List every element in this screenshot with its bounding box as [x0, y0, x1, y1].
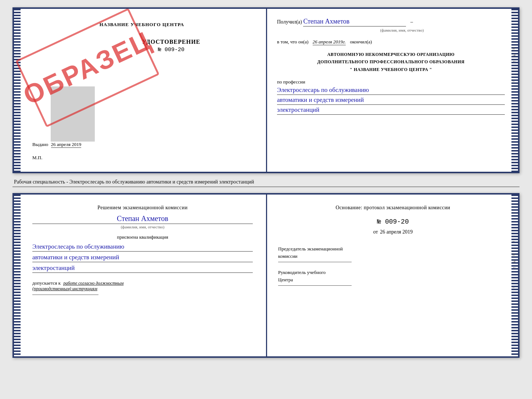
qual-line2: автоматики и средств измерений: [32, 254, 253, 262]
dash-1: –: [513, 65, 517, 70]
dash-b2: –: [513, 245, 517, 250]
in-that-line: в том, что он(а) 26 апреля 2019г. окончи…: [277, 39, 505, 45]
org-line2: ДОПОЛНИТЕЛЬНОГО ПРОФЕССИОНАЛЬНОГО ОБРАЗО…: [277, 58, 505, 65]
letter-i: и: [513, 46, 517, 50]
admitted-prefix: допускается к: [32, 280, 61, 286]
issued-line: Выдано 26 апреля 2019: [32, 142, 251, 147]
qual-line1: Электрослесарь по обслуживанию: [32, 243, 253, 252]
chairman-line1: Председатель экзаменационной: [278, 245, 508, 253]
profession-line3: электростанций: [277, 106, 505, 115]
top-document: НАЗВАНИЕ УЧЕБНОГО ЦЕНТРА УДОСТОВЕРЕНИЕ №…: [12, 7, 520, 173]
dash-after-name: –: [410, 19, 413, 25]
chairman-line2: комиссии: [278, 253, 508, 260]
qualification-label: присвоена квалификация: [32, 234, 253, 240]
cert-title: УДОСТОВЕРЕНИЕ: [91, 39, 251, 45]
org-block: АВТОНОМНУЮ НЕКОММЕРЧЕСКУЮ ОРГАНИЗАЦИЮ ДО…: [277, 51, 505, 73]
right-decorative-bar: [511, 9, 518, 172]
profession-line1: Электрослесарь по обслуживанию: [277, 86, 505, 95]
spine-divider: [266, 9, 267, 172]
caption-text: Рабочая специальность - Электрослесарь п…: [14, 179, 254, 185]
name-subtitle-top: (фамилия, имя, отчество): [299, 28, 505, 32]
photo-placeholder: [51, 86, 95, 142]
letter-arrow-b: ←: [513, 265, 517, 270]
bottom-left-decorative-bar: [14, 195, 21, 356]
protocol-date-prefix: от: [373, 229, 378, 235]
received-line: Получил(а) Степан Ахметов –: [277, 18, 505, 26]
right-side-letters-bottom: – – и ;а ← – – –: [513, 239, 517, 289]
letter-a: ;а: [513, 52, 517, 57]
director-line1: Руководитель учебного: [278, 269, 508, 276]
right-side-letters: и ;а ← – – –: [513, 46, 517, 83]
top-left-page: НАЗВАНИЕ УЧЕБНОГО ЦЕНТРА УДОСТОВЕРЕНИЕ №…: [14, 9, 266, 172]
letter-arrow: ←: [513, 59, 517, 63]
caption-between: Рабочая специальность - Электрослесарь п…: [12, 179, 520, 187]
dash-b3: –: [513, 272, 517, 276]
chairman-label: Председатель экзаменационной комиссии: [278, 245, 508, 260]
issued-date: 26 апреля 2019: [51, 142, 82, 148]
osnov-line: Основание: протокол экзаменационной коми…: [278, 205, 508, 211]
school-name-top: НАЗВАНИЕ УЧЕБНОГО ЦЕНТРА: [32, 22, 251, 28]
top-right-page: Получил(а) Степан Ахметов – (фамилия, им…: [266, 9, 518, 172]
in-that-date: 26 апреля 2019г.: [313, 39, 346, 45]
admitted-text2: (производственным) инструкциям: [32, 286, 253, 292]
received-name: Степан Ахметов: [303, 18, 406, 26]
issued-label: Выдано: [32, 142, 48, 147]
dash-b4: –: [513, 278, 517, 283]
letter-i-b: и: [513, 252, 517, 256]
finished-label: окончил(а): [350, 39, 372, 44]
profession-label: по профессии: [277, 79, 505, 85]
org-line3: " НАЗВАНИЕ УЧЕБНОГО ЦЕНТРА ": [277, 66, 505, 73]
dash-2: –: [513, 72, 517, 76]
person-name-bottom: Степан Ахметов: [32, 214, 253, 224]
director-sig-line: [278, 285, 352, 286]
bottom-sig-line-left: [32, 295, 98, 295]
director-line2: Центра: [278, 276, 508, 284]
mp-label: М.П.: [32, 155, 251, 161]
bottom-left-page: Решением экзаменационной комиссии Степан…: [14, 195, 266, 356]
dash-b1: –: [513, 239, 517, 243]
left-decorative-bar: [14, 9, 21, 172]
protocol-date-value: 26 апреля 2019: [380, 229, 413, 235]
cert-number: № 009-20: [91, 47, 251, 53]
admitted-block: допускается к работе согласно должностны…: [32, 280, 253, 286]
dash-b5: –: [513, 285, 517, 289]
protocol-number: № 009-20: [278, 218, 508, 225]
protocol-date: от 26 апреля 2019: [278, 229, 508, 235]
in-that-label: в том, что он(а): [277, 39, 309, 44]
org-line1: АВТОНОМНУЮ НЕКОММЕРЧЕСКУЮ ОРГАНИЗАЦИЮ: [277, 51, 505, 58]
qual-line3: электростанций: [32, 264, 253, 273]
dash-3: –: [513, 79, 517, 83]
chairman-sig-line: [278, 262, 352, 262]
name-subtitle-bottom: (фамилия, имя, отчество): [32, 225, 253, 229]
admitted-text: работе согласно должностным: [63, 281, 123, 286]
bottom-right-page: Основание: протокол экзаменационной коми…: [266, 195, 518, 356]
bottom-document: Решением экзаменационной комиссии Степан…: [12, 193, 520, 358]
decision-line: Решением экзаменационной комиссии: [32, 205, 253, 211]
profession-line2: автоматики и средств измерений: [277, 96, 505, 105]
letter-a-b: ;а: [513, 259, 517, 263]
received-label: Получил(а): [277, 19, 302, 25]
director-label: Руководитель учебного Центра: [278, 269, 508, 283]
